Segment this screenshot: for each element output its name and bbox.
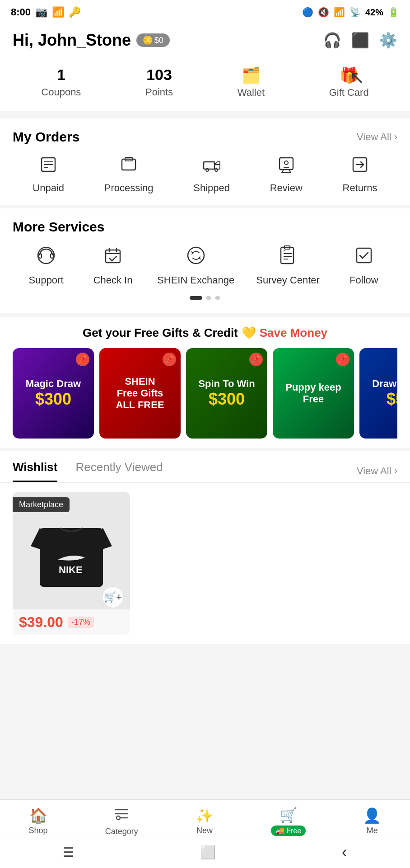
product-badge-marketplace: Marketplace	[13, 497, 70, 512]
cart-icon: 🛒	[280, 807, 298, 824]
category-icon	[114, 806, 129, 825]
scan-icon[interactable]: ⬛	[351, 32, 369, 49]
svg-text:NIKE: NIKE	[59, 564, 83, 576]
free-badge: 🚚 Free	[271, 826, 306, 836]
bluetooth-icon: 🔵	[302, 7, 313, 18]
service-surveycenter[interactable]: Survey Center	[256, 245, 320, 287]
promo-spintowin-content: Spin To Win $300	[194, 373, 259, 413]
review-icon	[277, 156, 295, 178]
add-to-cart-button[interactable]: 🛒+	[102, 586, 124, 608]
promo-pin-spintowin: 📌	[249, 353, 263, 366]
new-icon: ✨	[196, 807, 214, 824]
nav-category[interactable]: Category	[105, 806, 138, 836]
settings-icon[interactable]: ⚙️	[379, 32, 397, 49]
orders-row: Unpaid Processing Shipped	[13, 156, 397, 194]
stat-coupons[interactable]: 1 Coupons	[41, 66, 81, 99]
my-orders-view-all[interactable]: View All ›	[357, 131, 397, 143]
coupons-value: 1	[57, 66, 65, 84]
save-money-text: Save Money	[260, 326, 327, 340]
price-main: $39.00	[19, 614, 63, 631]
battery-icon: 🔋	[388, 7, 399, 18]
wishlist-view-all[interactable]: View All ›	[357, 465, 397, 477]
svg-rect-16	[106, 250, 120, 263]
promo-spintowin-price: $300	[198, 390, 255, 409]
service-follow[interactable]: Follow	[341, 245, 387, 287]
shop-icon: 🏠	[29, 807, 47, 824]
me-label: Me	[367, 826, 378, 835]
unpaid-icon	[39, 156, 57, 178]
system-home-button[interactable]: ⬜	[200, 845, 216, 860]
svg-point-20	[188, 247, 204, 264]
services-grid: Support Check In	[13, 245, 397, 287]
svg-point-7	[206, 169, 209, 171]
checkin-label: Check In	[93, 274, 133, 287]
greeting-text: Hi, John_Stone	[13, 31, 131, 50]
service-support[interactable]: Support	[23, 245, 69, 287]
nav-free[interactable]: 🛒 🚚 Free	[271, 807, 306, 836]
nav-shop[interactable]: 🏠 Shop	[29, 807, 48, 835]
order-shipped[interactable]: Shipped	[193, 156, 230, 194]
promo-card-magicdraw[interactable]: 📌 Magic Draw $300	[13, 348, 94, 439]
svg-point-13	[38, 247, 54, 264]
order-unpaid[interactable]: Unpaid	[33, 156, 64, 194]
promo-draweasily-title: Draw Easily	[372, 378, 397, 390]
free-gifts-section: Get your Free Gifts & Credit 💛 Save Mone…	[0, 317, 410, 448]
stat-points[interactable]: 103 Points	[145, 66, 173, 99]
coins-badge[interactable]: 🪙 $0	[136, 33, 170, 47]
follow-label: Follow	[349, 274, 378, 287]
wallet-label: Wallet	[238, 87, 265, 99]
battery: 42%	[365, 7, 383, 18]
new-label: New	[196, 826, 213, 835]
points-label: Points	[145, 86, 173, 98]
promo-card-puppykeep[interactable]: 📌 Puppy keep Free	[273, 348, 354, 439]
promo-card-freegifts[interactable]: 📌 SHEIN Free Gifts ALL FREE	[99, 348, 181, 439]
sheinexchange-label: SHEIN Exchange	[157, 274, 234, 287]
dot-inactive-2	[215, 296, 220, 300]
service-sheinexchange[interactable]: SHEIN Exchange	[157, 245, 234, 287]
stat-wallet[interactable]: 🗂️ Wallet	[238, 66, 265, 99]
camera-icon: 📷	[35, 6, 47, 18]
promo-draweasily-price: $50	[372, 390, 397, 409]
dot-active	[190, 296, 202, 300]
coupons-label: Coupons	[41, 86, 81, 98]
product-price-group: $39.00 -17%	[13, 609, 130, 635]
promo-puppykeep-sub: Free	[285, 393, 341, 405]
system-menu-button[interactable]: ☰	[63, 845, 74, 860]
banner-text: Get your Free Gifts & Credit 💛 Save Mone…	[13, 326, 397, 340]
sheinexchange-icon	[186, 245, 206, 269]
order-review[interactable]: Review	[270, 156, 303, 194]
system-back-button[interactable]: ‹	[342, 843, 347, 862]
wishlist-section: Wishlist Recently Viewed View All › Mark…	[0, 451, 410, 644]
coins-value: $0	[154, 36, 163, 45]
promo-draweasily-content: Draw Easily $50	[368, 373, 397, 413]
promo-card-draweasily[interactable]: 📌 Draw Easily $50	[359, 348, 397, 439]
greeting-group: Hi, John_Stone 🪙 $0	[13, 31, 170, 50]
promo-spintowin-title: Spin To Win	[198, 378, 255, 390]
promo-freegifts-brand: SHEIN	[116, 376, 164, 387]
order-processing[interactable]: Processing	[104, 156, 154, 194]
stat-giftcard[interactable]: 🎁 Gift Card	[329, 66, 369, 99]
promo-card-spintowin[interactable]: 📌 Spin To Win $300	[186, 348, 267, 439]
shop-label: Shop	[29, 826, 48, 835]
order-returns[interactable]: Returns	[343, 156, 377, 194]
product-card-nike[interactable]: Marketplace NIKE 🛒+ $39.00 -17%	[13, 492, 130, 635]
promo-pin-freegifts: 📌	[163, 353, 176, 366]
nav-me[interactable]: 👤 Me	[363, 807, 381, 835]
free-badge-truck: 🚚	[275, 826, 284, 835]
nav-new[interactable]: ✨ New	[196, 807, 214, 835]
banner-emoji: 💛	[242, 326, 256, 340]
giftcard-icon: 🎁	[340, 66, 359, 84]
promo-pin-magicdraw: 📌	[76, 353, 89, 366]
promo-magicdraw-price: $300	[26, 390, 81, 409]
promo-freegifts-content: SHEIN Free Gifts ALL FREE	[111, 371, 168, 415]
svg-rect-21	[281, 247, 294, 264]
more-services-header: More Services	[13, 219, 397, 235]
signal-icon: 📡	[349, 7, 361, 18]
headset-icon[interactable]: 🎧	[323, 32, 341, 49]
promo-cards-row: 📌 Magic Draw $300 📌 SHEIN Free Gifts ALL…	[13, 348, 397, 439]
tab-wishlist[interactable]: Wishlist	[13, 460, 57, 482]
tab-recently-viewed[interactable]: Recently Viewed	[75, 460, 163, 482]
service-checkin[interactable]: Check In	[90, 245, 135, 287]
promo-pin-puppykeep: 📌	[336, 353, 349, 366]
dot-inactive-1	[206, 296, 211, 300]
